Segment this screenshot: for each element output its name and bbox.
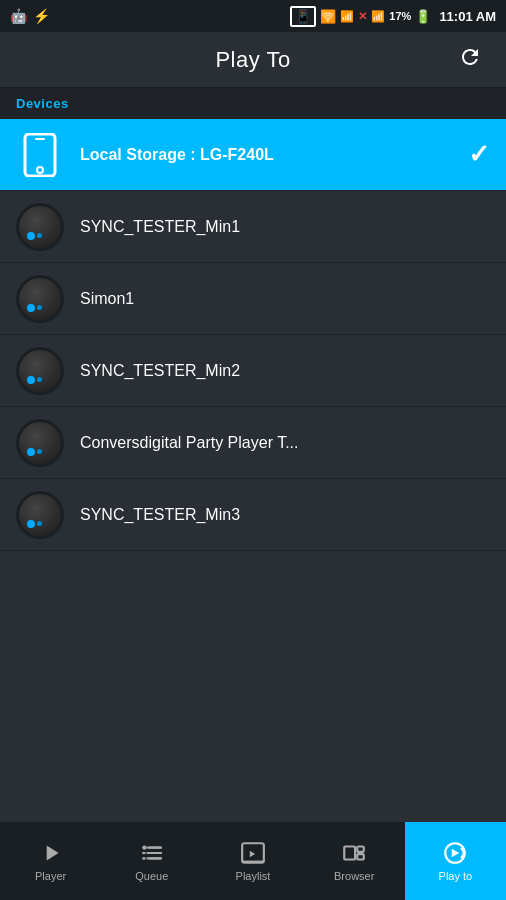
status-time: 11:01 AM <box>439 9 496 24</box>
page-title: Play To <box>215 47 290 73</box>
device-name-sync2: SYNC_TESTER_Min2 <box>80 362 490 380</box>
devices-section-label: Devices <box>0 88 506 119</box>
device-item-sync1[interactable]: SYNC_TESTER_Min1 <box>0 191 506 263</box>
selected-check-icon: ✓ <box>468 139 490 170</box>
svg-rect-5 <box>142 852 144 854</box>
device-icon-speaker2 <box>16 347 64 395</box>
wifi-icon: 🛜 <box>320 9 336 24</box>
device-list: Local Storage : LG-F240L ✓ SYNC_TESTER_M… <box>0 119 506 551</box>
svg-rect-8 <box>149 857 162 859</box>
device-item-sync3[interactable]: SYNC_TESTER_Min3 <box>0 479 506 551</box>
nav-playto-label: Play to <box>439 870 473 882</box>
nav-queue[interactable]: Queue <box>101 822 202 900</box>
svg-rect-2 <box>35 138 45 140</box>
svg-rect-12 <box>357 847 364 852</box>
svg-rect-11 <box>344 847 355 860</box>
refresh-button[interactable] <box>450 37 490 83</box>
data-icon: 📶 <box>340 10 354 23</box>
device-name-sync1: SYNC_TESTER_Min1 <box>80 218 490 236</box>
signal-bars-icon: 📶 <box>371 10 385 23</box>
svg-point-3 <box>142 845 146 849</box>
nav-browser-label: Browser <box>334 870 374 882</box>
battery-percent: 17% <box>389 10 411 22</box>
app-header: Play To <box>0 32 506 88</box>
device-icon-speaker3 <box>16 491 64 539</box>
status-right: 📱 🛜 📶 ✕ 📶 17% 🔋 11:01 AM <box>290 6 496 27</box>
device-name-conversdigital: Conversdigital Party Player T... <box>80 434 490 452</box>
android-icon: 🤖 <box>10 8 27 24</box>
browser-icon <box>341 840 367 866</box>
device-name-local-storage: Local Storage : LG-F240L <box>80 146 468 164</box>
device-name-simon1: Simon1 <box>80 290 490 308</box>
nav-playlist-label: Playlist <box>236 870 271 882</box>
nav-queue-label: Queue <box>135 870 168 882</box>
device-item-local-storage[interactable]: Local Storage : LG-F240L ✓ <box>0 119 506 191</box>
status-left: 🤖 ⚡ <box>10 8 50 24</box>
svg-rect-7 <box>142 857 144 859</box>
svg-point-1 <box>37 167 43 173</box>
svg-rect-4 <box>149 847 162 849</box>
device-icon-phone <box>16 131 64 179</box>
battery-icon: 🔋 <box>415 9 431 24</box>
status-bar: 🤖 ⚡ 📱 🛜 📶 ✕ 📶 17% 🔋 11:01 AM <box>0 0 506 32</box>
device-name-sync3: SYNC_TESTER_Min3 <box>80 506 490 524</box>
device-item-simon1[interactable]: Simon1 <box>0 263 506 335</box>
phone-signal-icon: 📱 <box>290 6 316 27</box>
bottom-navigation: Player Queue Playlist Browser <box>0 822 506 900</box>
device-item-conversdigital[interactable]: Conversdigital Party Player T... <box>0 407 506 479</box>
device-icon-speaker-simon <box>16 275 64 323</box>
refresh-icon <box>458 45 482 69</box>
signal-x-icon: ✕ <box>358 10 367 23</box>
usb-icon: ⚡ <box>33 8 50 24</box>
nav-player[interactable]: Player <box>0 822 101 900</box>
device-icon-speaker-conv <box>16 419 64 467</box>
playto-icon <box>442 840 468 866</box>
device-item-sync2[interactable]: SYNC_TESTER_Min2 <box>0 335 506 407</box>
nav-playto[interactable]: Play to <box>405 822 506 900</box>
nav-browser[interactable]: Browser <box>304 822 405 900</box>
nav-player-label: Player <box>35 870 66 882</box>
playlist-icon <box>240 840 266 866</box>
play-icon <box>38 840 64 866</box>
svg-rect-0 <box>25 134 55 176</box>
nav-playlist[interactable]: Playlist <box>202 822 303 900</box>
svg-rect-10 <box>242 861 264 863</box>
device-icon-speaker1 <box>16 203 64 251</box>
svg-rect-13 <box>357 854 364 859</box>
queue-icon <box>139 840 165 866</box>
svg-rect-6 <box>149 852 162 854</box>
